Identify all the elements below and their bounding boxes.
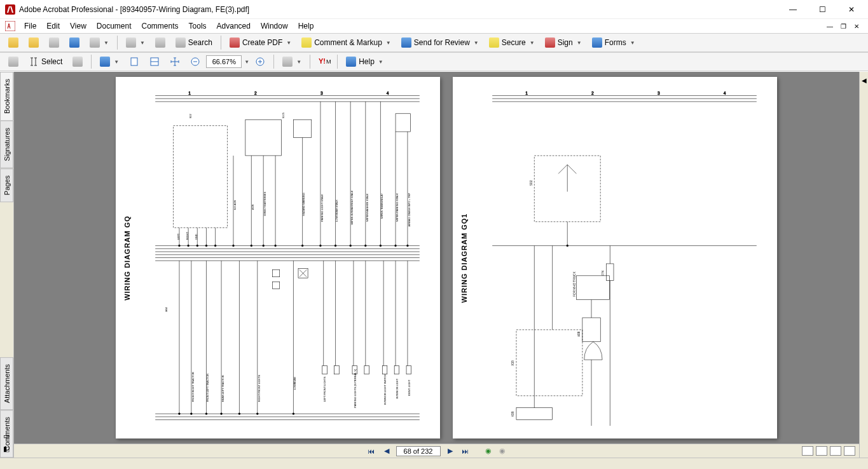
rotate-button[interactable]: ▼ <box>278 54 306 69</box>
save-button[interactable] <box>24 35 43 50</box>
zoom-out-button[interactable] <box>186 54 205 69</box>
hand-icon <box>8 57 18 67</box>
svg-point-78 <box>293 413 294 415</box>
zoom-dropdown[interactable]: ▼ <box>244 59 249 65</box>
fit-page-button[interactable] <box>125 54 144 69</box>
chevron-down-icon: ▼ <box>386 40 391 46</box>
svg-point-51 <box>334 245 336 247</box>
continuous-facing-button[interactable] <box>844 446 855 456</box>
menu-file[interactable]: File <box>19 20 41 32</box>
close-button[interactable]: ✕ <box>843 3 860 16</box>
chevron-down-icon: ▼ <box>474 40 479 46</box>
actual-size-button[interactable] <box>165 54 184 69</box>
page-layout-buttons <box>802 446 855 456</box>
minimize-button[interactable]: — <box>784 3 802 16</box>
svg-text:1: 1 <box>188 91 191 95</box>
forms-icon <box>592 37 602 48</box>
facing-button[interactable] <box>830 446 841 456</box>
svg-text:X35: X35 <box>511 360 514 366</box>
printer-icon <box>49 37 59 48</box>
organizer-button[interactable]: ▼ <box>85 35 113 50</box>
forms-button[interactable]: Forms▼ <box>588 35 640 50</box>
window-titlebar: Adobe Acrobat Professional - [89340957-W… <box>0 0 868 19</box>
menu-comments[interactable]: Comments <box>137 20 184 32</box>
continuous-button[interactable] <box>816 446 827 456</box>
attach-button[interactable]: ▼ <box>121 35 149 50</box>
comment-markup-button[interactable]: Comment & Markup▼ <box>297 35 396 50</box>
menubar: File Edit View Document Comments Tools A… <box>0 19 868 33</box>
svg-point-76 <box>256 413 258 415</box>
svg-rect-27 <box>396 114 411 132</box>
hand-tool-button[interactable] <box>4 54 23 69</box>
select-tool-button[interactable]: Select <box>24 54 67 69</box>
organizer-icon <box>90 37 100 48</box>
pdf-page-left: WIRING DIAGRAM GQ 1 2 3 4 <box>116 77 440 438</box>
statusbar <box>0 458 868 469</box>
svg-text:INTERIOR LIGHT: INTERIOR LIGHT <box>396 378 399 398</box>
mdi-restore-button[interactable]: ❐ <box>838 23 849 30</box>
tab-pages[interactable]: Pages <box>0 168 13 202</box>
zoom-in-button[interactable] <box>251 54 270 69</box>
fit-width-button[interactable] <box>145 54 164 69</box>
svg-text:REAR LEFT TRACTOR: REAR LEFT TRACTOR <box>221 375 224 402</box>
help-button[interactable]: Help▼ <box>341 54 388 69</box>
chevron-down-icon: ▼ <box>296 59 301 65</box>
single-page-button[interactable] <box>802 446 813 456</box>
page-title-right: WIRING DIAGRAM GQ1 <box>460 213 468 302</box>
mdi-close-button[interactable]: ✕ <box>851 23 862 30</box>
tab-attachments[interactable]: Attachments <box>0 357 13 410</box>
mdi-minimize-button[interactable]: — <box>824 23 836 30</box>
svg-text:FOR MHD TRUCK: FOR MHD TRUCK <box>573 271 576 297</box>
yahoo-button[interactable]: Y!M <box>314 54 333 69</box>
svg-text:S02: S02 <box>189 114 192 118</box>
send-review-button[interactable]: Send for Review▼ <box>397 35 483 50</box>
prev-page-button[interactable]: ◀ <box>381 445 392 457</box>
svg-text:ACR: ACR <box>251 204 254 209</box>
app-icon <box>5 4 15 15</box>
svg-rect-87 <box>334 366 340 374</box>
zoom-input[interactable] <box>206 55 242 68</box>
svg-text:3: 3 <box>320 91 323 95</box>
create-pdf-button[interactable]: Create PDF▼ <box>225 35 296 50</box>
svg-text:NO ACR: NO ACR <box>233 200 237 210</box>
panel-toggle-icon[interactable]: ◧ <box>1 445 11 455</box>
menu-edit[interactable]: Edit <box>41 20 65 32</box>
svg-text:M: M <box>326 58 331 65</box>
previous-view-button[interactable]: ◉ <box>483 445 494 457</box>
svg-text:INTERIOR LIGHT SWITCH: INTERIOR LIGHT SWITCH <box>383 374 387 405</box>
clipboard-button[interactable] <box>151 35 170 50</box>
menu-document[interactable]: Document <box>92 20 137 32</box>
send-review-icon <box>401 37 411 48</box>
document-area[interactable]: WIRING DIAGRAM GQ 1 2 3 4 <box>14 72 859 458</box>
zoom-in-tool-button[interactable]: ▼ <box>95 54 123 69</box>
maximize-button[interactable]: ☐ <box>813 3 831 16</box>
menu-tools[interactable]: Tools <box>184 20 212 32</box>
svg-point-70 <box>205 413 207 415</box>
secure-button[interactable]: Secure▼ <box>485 35 539 50</box>
sign-button[interactable]: Sign▼ <box>541 35 586 50</box>
right-panel-collapse[interactable]: ◀ <box>859 72 868 458</box>
first-page-button[interactable]: ⏮ <box>366 445 377 457</box>
print-button[interactable] <box>45 35 64 50</box>
menu-view[interactable]: View <box>65 20 92 32</box>
search-button[interactable]: Search <box>171 35 217 50</box>
next-page-button[interactable]: ▶ <box>444 445 456 457</box>
tab-signatures[interactable]: Signatures <box>0 121 13 168</box>
open-button[interactable] <box>4 35 23 50</box>
menu-help[interactable]: Help <box>293 20 319 32</box>
menu-advanced[interactable]: Advanced <box>212 20 256 32</box>
panel-options-icon[interactable]: ▭ <box>1 432 11 442</box>
tab-bookmarks[interactable]: Bookmarks <box>0 72 13 121</box>
svg-point-47 <box>301 245 303 247</box>
chevron-down-icon: ▼ <box>577 40 582 46</box>
toolbar-main: ▼ ▼ Search Create PDF▼ Comment & Markup▼… <box>0 33 868 52</box>
svg-text:WIPER/WASHER STALK: WIPER/WASHER STALK <box>366 193 369 222</box>
svg-text:LOWBEAM: LOWBEAM <box>293 377 296 390</box>
last-page-button[interactable]: ⏭ <box>460 445 471 457</box>
svg-text:IDENT. LIGHT: IDENT. LIGHT <box>408 379 411 396</box>
snapshot-tool-button[interactable] <box>68 54 87 69</box>
email-button[interactable] <box>65 35 84 50</box>
next-view-button[interactable]: ◉ <box>497 445 508 457</box>
menu-window[interactable]: Window <box>256 20 293 32</box>
page-number-input[interactable] <box>396 446 441 456</box>
